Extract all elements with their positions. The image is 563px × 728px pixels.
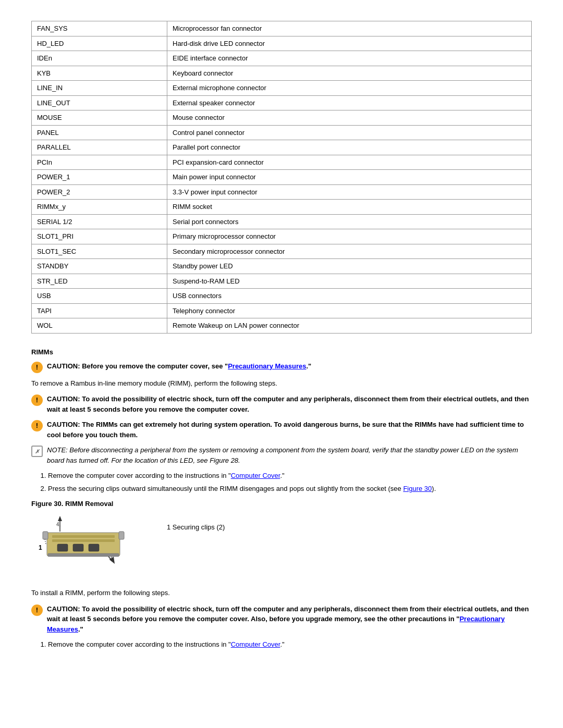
connector-name: HD_LED — [32, 36, 167, 51]
table-row: IDEnEIDE interface connector — [32, 51, 532, 66]
table-row: WOLRemote Wakeup on LAN power connector — [32, 318, 532, 334]
caution-1-text: CAUTION: Before you remove the computer … — [47, 361, 311, 372]
connector-description: External speaker connector — [167, 95, 532, 110]
table-row: MOUSEMouse connector — [32, 110, 532, 126]
connector-name: STANDBY — [32, 259, 167, 274]
connector-description: Microprocessor fan connector — [167, 21, 532, 36]
table-row: STR_LEDSuspend-to-RAM LED — [32, 274, 532, 289]
table-row: LINE_OUTExternal speaker connector — [32, 95, 532, 110]
table-row: SLOT1_PRIPrimary microprocessor connecto… — [32, 229, 532, 244]
table-row: PARALLELParallel port connector — [32, 140, 532, 155]
connector-description: External microphone connector — [167, 81, 532, 96]
step-3: Remove the computer cover according to t… — [48, 639, 532, 650]
table-row: TAPITelephony connector — [32, 303, 532, 318]
steps-list-2: Remove the computer cover according to t… — [48, 639, 532, 650]
connector-name: FAN_SYS — [32, 21, 167, 36]
svg-rect-9 — [57, 544, 68, 551]
connector-description: Suspend-to-RAM LED — [167, 274, 532, 289]
rimm-illustration: 4. 2. — [31, 512, 136, 574]
connector-description: PCI expansion-card connector — [167, 155, 532, 170]
caution-3: ! CAUTION: The RIMMs can get extremely h… — [31, 419, 532, 440]
connector-description: Parallel port connector — [167, 140, 532, 155]
connector-table: FAN_SYSMicroprocessor fan connectorHD_LE… — [31, 21, 532, 334]
connector-description: Primary microprocessor connector — [167, 229, 532, 244]
svg-rect-14 — [119, 532, 124, 539]
caution-1: ! CAUTION: Before you remove the compute… — [31, 361, 532, 373]
table-row: STANDBYStandby power LED — [32, 259, 532, 274]
connector-name: PANEL — [32, 125, 167, 140]
connector-name: STR_LED — [32, 274, 167, 289]
connector-description: RIMM socket — [167, 200, 532, 215]
connector-name: KYB — [32, 66, 167, 81]
caution-icon-1: ! — [31, 362, 43, 373]
figure-30-link-1[interactable]: Figure 30 — [403, 485, 432, 492]
precautionary-measures-link-1[interactable]: Precautionary Measures — [228, 362, 306, 370]
table-row: FAN_SYSMicroprocessor fan connector — [32, 21, 532, 36]
caution-2: ! CAUTION: To avoid the possibility of e… — [31, 394, 532, 414]
caution-icon-4: ! — [31, 604, 43, 616]
table-row: LINE_INExternal microphone connector — [32, 81, 532, 96]
table-row: RIMMx_yRIMM socket — [32, 200, 532, 215]
table-row: HD_LEDHard-disk drive LED connector — [32, 36, 532, 51]
step-2: Press the securing clips outward simulta… — [48, 484, 532, 495]
note-icon-1: ✗ — [31, 446, 43, 457]
connector-description: Keyboard connector — [167, 66, 532, 81]
caution-4-text: CAUTION: To avoid the possibility of ele… — [47, 604, 532, 635]
rimms-section: RIMMs ! CAUTION: Before you remove the c… — [31, 348, 532, 650]
svg-text:4.: 4. — [56, 522, 60, 527]
svg-rect-10 — [73, 544, 83, 551]
figure-label-1: 1 — [39, 544, 42, 551]
connector-description: Mouse connector — [167, 110, 532, 126]
connector-description: Standby power LED — [167, 259, 532, 274]
connector-name: WOL — [32, 318, 167, 334]
caution-icon-3: ! — [31, 420, 43, 431]
connector-description: USB connectors — [167, 289, 532, 304]
connector-description: EIDE interface connector — [167, 51, 532, 66]
table-row: POWER_23.3-V power input connector — [32, 184, 532, 200]
connector-name: LINE_IN — [32, 81, 167, 96]
connector-name: SLOT1_SEC — [32, 244, 167, 259]
table-row: SERIAL 1/2Serial port connectors — [32, 214, 532, 229]
para-1: To remove a Rambus in-line memory module… — [31, 378, 532, 389]
precautionary-measures-link-2[interactable]: Precautionary Measures — [47, 615, 505, 633]
svg-rect-11 — [89, 544, 99, 551]
svg-rect-13 — [43, 532, 48, 539]
connector-name: PCIn — [32, 155, 167, 170]
connector-description: Remote Wakeup on LAN power connector — [167, 318, 532, 334]
table-row: PANELControl panel connector — [32, 125, 532, 140]
connector-name: PARALLEL — [32, 140, 167, 155]
svg-rect-12 — [48, 553, 119, 557]
connector-description: 3.3-V power input connector — [167, 184, 532, 200]
step-1: Remove the computer cover according to t… — [48, 471, 532, 482]
connector-description: Secondary microprocessor connector — [167, 244, 532, 259]
figure-30-caption: 1 Securing clips (2) — [167, 522, 225, 533]
note-1: ✗ NOTE: Before disconnecting a periphera… — [31, 445, 532, 465]
computer-cover-link-2[interactable]: Computer Cover — [231, 640, 280, 648]
connector-name: SERIAL 1/2 — [32, 214, 167, 229]
connector-name: SLOT1_PRI — [32, 229, 167, 244]
section-heading: RIMMs — [31, 348, 532, 356]
svg-marker-1 — [58, 516, 62, 521]
note-1-text: NOTE: Before disconnecting a peripheral … — [47, 445, 532, 465]
table-row: USBUSB connectors — [32, 289, 532, 304]
caution-4: ! CAUTION: To avoid the possibility of e… — [31, 604, 532, 635]
connector-description: Main power input connector — [167, 170, 532, 185]
connector-name: TAPI — [32, 303, 167, 318]
figure-30-image: 1 4. 2. — [31, 512, 146, 579]
connector-name: POWER_2 — [32, 184, 167, 200]
connector-name: RIMMx_y — [32, 200, 167, 215]
connector-description: Hard-disk drive LED connector — [167, 36, 532, 51]
computer-cover-link-1[interactable]: Computer Cover — [231, 472, 280, 479]
connector-name: MOUSE — [32, 110, 167, 126]
connector-description: Serial port connectors — [167, 214, 532, 229]
svg-rect-8 — [52, 539, 115, 542]
svg-rect-7 — [52, 535, 115, 538]
connector-name: POWER_1 — [32, 170, 167, 185]
table-row: PCInPCI expansion-card connector — [32, 155, 532, 170]
connector-description: Telephony connector — [167, 303, 532, 318]
connector-name: IDEn — [32, 51, 167, 66]
figure-30-label: Figure 30. RIMM Removal — [31, 500, 532, 508]
para-2: To install a RIMM, perform the following… — [31, 588, 532, 599]
table-row: KYBKeyboard connector — [32, 66, 532, 81]
connector-name: LINE_OUT — [32, 95, 167, 110]
